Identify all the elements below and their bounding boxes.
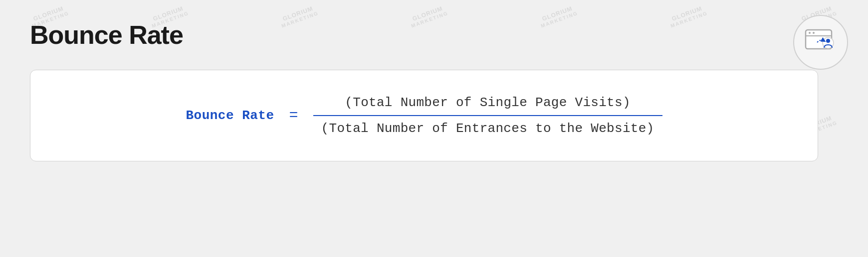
formula-denominator: (Total Number of Entrances to the Websit… [321,116,654,136]
svg-point-3 [813,32,815,34]
svg-point-2 [809,32,811,34]
equals-sign: = [289,107,298,124]
bounce-rate-icon-container [793,15,848,70]
fraction: (Total Number of Single Page Visits) (To… [313,95,662,136]
svg-point-5 [826,39,830,43]
browser-person-icon [803,25,838,60]
formula-content: Bounce Rate = (Total Number of Single Pa… [186,95,662,136]
page-title: Bounce Rate [30,20,838,50]
main-content: Bounce Rate Bounce Rate = (Total Number … [0,0,868,181]
formula-numerator: (Total Number of Single Page Visits) [345,95,631,115]
formula-box: Bounce Rate = (Total Number of Single Pa… [30,70,818,161]
formula-label: Bounce Rate [186,108,274,123]
